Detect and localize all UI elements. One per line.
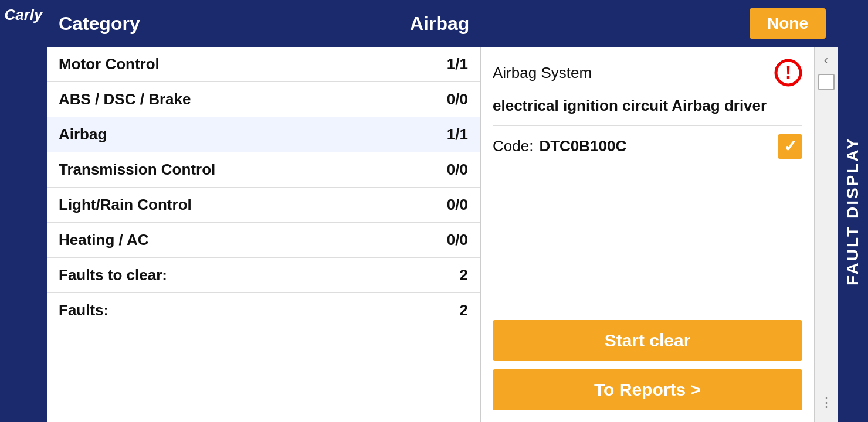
- category-count: 0/0: [421, 231, 468, 249]
- code-row: Code: DTC0B100C: [493, 125, 802, 159]
- start-clear-button[interactable]: Start clear: [493, 320, 802, 361]
- faults-to-clear-label: Faults to clear:: [59, 266, 421, 284]
- logo-sidebar: Carly: [0, 0, 47, 422]
- category-count: 1/1: [421, 125, 468, 144]
- total-faults-label: Faults:: [59, 301, 421, 319]
- to-reports-button[interactable]: To Reports >: [493, 369, 802, 410]
- scroll-handle-icon[interactable]: ⋮: [820, 395, 833, 410]
- category-count: 0/0: [421, 90, 468, 108]
- category-count: 1/1: [421, 55, 468, 73]
- total-faults-count: 2: [421, 301, 468, 319]
- category-row-heating-ac[interactable]: Heating / AC 0/0: [47, 223, 480, 258]
- body-area: Motor Control 1/1 ABS / DSC / Brake 0/0 …: [47, 47, 838, 422]
- faults-to-clear-row: Faults to clear: 2: [47, 258, 480, 293]
- category-name: Motor Control: [59, 55, 421, 73]
- code-value: DTC0B100C: [539, 137, 778, 155]
- code-label: Code:: [493, 137, 533, 155]
- scroll-area: ‹ ⋮: [814, 47, 838, 422]
- detail-panel: Airbag System ! electrical ignition circ…: [481, 47, 814, 422]
- airbag-system-label: Airbag System: [493, 64, 774, 82]
- category-row-motor-control[interactable]: Motor Control 1/1: [47, 47, 480, 82]
- category-list: Motor Control 1/1 ABS / DSC / Brake 0/0 …: [47, 47, 481, 422]
- app-logo: Carly: [4, 6, 42, 24]
- warning-icon: !: [774, 59, 802, 87]
- category-row-airbag[interactable]: Airbag 1/1: [47, 117, 480, 152]
- category-count: 0/0: [421, 161, 468, 179]
- header-airbag-label: Airbag: [398, 13, 750, 35]
- scroll-up-icon[interactable]: ‹: [824, 53, 828, 68]
- header-category-label: Category: [59, 13, 398, 35]
- category-name: Airbag: [59, 125, 421, 144]
- category-row-light-rain[interactable]: Light/Rain Control 0/0: [47, 188, 480, 223]
- header: Category Airbag None: [47, 0, 838, 47]
- category-name: Light/Rain Control: [59, 196, 421, 214]
- fault-display-label: FAULT DISPLAY: [838, 0, 868, 422]
- category-count: 0/0: [421, 196, 468, 214]
- category-row-transmission[interactable]: Transmission Control 0/0: [47, 152, 480, 188]
- code-checkbox[interactable]: [778, 134, 802, 159]
- spacer: [493, 171, 802, 320]
- total-faults-row: Faults: 2: [47, 293, 480, 328]
- none-button[interactable]: None: [750, 8, 826, 39]
- category-name: Transmission Control: [59, 161, 421, 179]
- category-name: ABS / DSC / Brake: [59, 90, 421, 108]
- scroll-checkbox-1[interactable]: [818, 74, 835, 90]
- category-name: Heating / AC: [59, 231, 421, 249]
- faults-to-clear-count: 2: [421, 266, 468, 284]
- airbag-system-row: Airbag System !: [493, 59, 802, 87]
- category-row-abs-dsc-brake[interactable]: ABS / DSC / Brake 0/0: [47, 82, 480, 117]
- svg-text:!: !: [785, 62, 792, 83]
- main-content: Category Airbag None Motor Control 1/1 A…: [47, 0, 838, 422]
- fault-description: electrical ignition circuit Airbag drive…: [493, 96, 802, 116]
